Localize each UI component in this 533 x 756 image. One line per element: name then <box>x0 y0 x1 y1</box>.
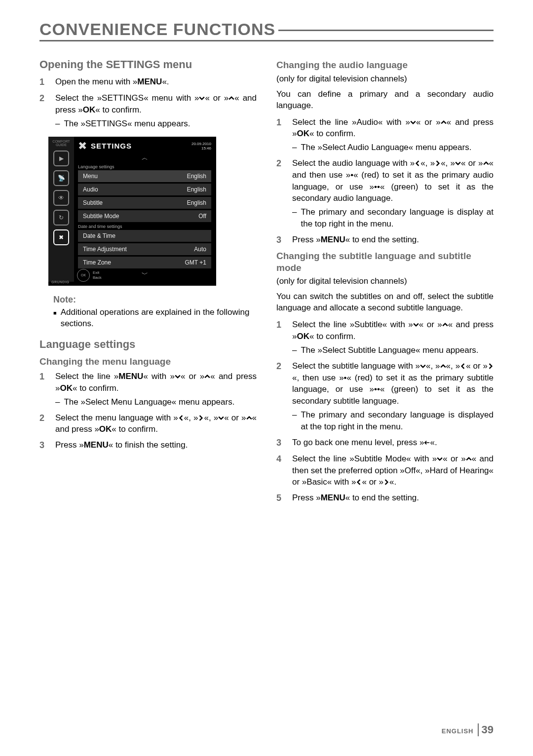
tv-row: Subtitle ModeOff <box>78 210 211 222</box>
tv-time: 15:46 <box>191 146 211 151</box>
audio-steps: 1Select the line »Audio« with »« or »« a… <box>276 116 494 246</box>
tv-title: SETTINGS <box>91 142 132 150</box>
step-subitem: The »Select Menu Language« menu appears. <box>55 396 257 408</box>
step-content: Select the line »Audio« with »« or »« an… <box>292 116 494 153</box>
subtitle-subtext: (only for digital television channels) <box>276 276 494 286</box>
step-subitem: The primary and secondary language is di… <box>292 409 494 433</box>
step-sublist: The »Select Subtitle Language« menu appe… <box>292 344 494 356</box>
step-content: Open the menu with »MENU«. <box>55 76 257 88</box>
tv-row-label: Menu <box>83 173 98 180</box>
subtitle-steps: 1Select the line »Subtitle« with »« or »… <box>276 319 494 504</box>
step-number: 1 <box>276 116 285 153</box>
subtitle-intro: You can switch the subtitles on and off,… <box>276 291 494 314</box>
tv-row: MenuEnglish <box>78 170 211 182</box>
audio-intro: You can define a primary and a secondary… <box>276 89 494 112</box>
step-number: 1 <box>276 319 285 356</box>
step-content: Select the »SETTINGS« menu with »« or »«… <box>55 92 257 129</box>
back-label: Back <box>93 275 102 280</box>
satellite-icon: 📡 <box>53 170 69 186</box>
step-content: Press »MENU« to end the setting. <box>292 492 494 504</box>
chevron-up-icon: ︿ <box>78 153 211 162</box>
tv-row: SubtitleEnglish <box>78 197 211 209</box>
step-content: To go back one menu level, press »«. <box>292 437 494 449</box>
tv-row-label: Time Adjustment <box>83 246 127 253</box>
step-number: 2 <box>39 92 48 129</box>
note-body: Additional operations are explained in t… <box>53 307 257 330</box>
step: 1Select the line »MENU« with »« or »« an… <box>39 371 257 408</box>
tv-row: AudioEnglish <box>78 184 211 195</box>
tv-sidebar: COMFORT GUIDE ▶ 📡 👁 ↻ ✖ <box>48 137 74 282</box>
ok-button-icon: OK <box>77 269 90 282</box>
section-datetime: Date and time settings <box>78 224 211 229</box>
tv-row-value: GMT +1 <box>185 259 206 266</box>
step: 4Select the line »Subtitle Mode« with »«… <box>276 453 494 488</box>
step-content: Select the subtitle language with »«, »«… <box>292 360 494 433</box>
tv-row: Date & Time <box>78 230 211 242</box>
step-number: 2 <box>276 360 285 433</box>
step-content: Select the line »Subtitle« with »« or »«… <box>292 319 494 356</box>
tv-row-label: Time Zone <box>83 259 111 266</box>
settings-header-icon: ✖ <box>78 140 87 152</box>
menu-language-steps: 1Select the line »MENU« with »« or »« an… <box>39 371 257 452</box>
footer: ENGLISH 39 <box>442 723 494 736</box>
tv-row-label: Audio <box>83 186 98 193</box>
step-number: 3 <box>276 437 285 449</box>
remote-hint: OK Exit Back <box>77 269 102 282</box>
tv-row-label: Date & Time <box>83 232 115 239</box>
heading-menu-language: Changing the menu language <box>39 356 257 368</box>
brand-label: GRUNDIG <box>51 280 70 284</box>
left-column: Opening the SETTINGS menu 1Open the menu… <box>39 55 257 508</box>
tv-row-label: Subtitle <box>83 199 103 206</box>
footer-language: ENGLISH <box>442 727 474 735</box>
tv-date: 20.09.2010 <box>191 142 211 146</box>
opening-steps-list: 1Open the menu with »MENU«.2Select the »… <box>39 76 257 130</box>
step-number: 5 <box>276 492 285 504</box>
step: 3To go back one menu level, press »«. <box>276 437 494 449</box>
step-number: 1 <box>39 76 48 88</box>
section-language: Language settings <box>78 164 211 169</box>
eye-icon: 👁 <box>53 190 69 206</box>
step: 3Press »MENU« to finish the setting. <box>39 439 257 452</box>
step-number: 1 <box>39 371 48 408</box>
right-column: Changing the audio language (only for di… <box>276 55 494 508</box>
step-content: Select the audio language with »«, »«, »… <box>292 157 494 230</box>
step-sublist: The primary and secondary language is di… <box>292 206 494 230</box>
heading-subtitle-language: Changing the subtitle language and subti… <box>276 250 494 274</box>
step: 1Open the menu with »MENU«. <box>39 76 257 88</box>
step-number: 3 <box>276 234 285 246</box>
heading-opening-settings: Opening the SETTINGS menu <box>39 58 257 71</box>
play-icon: ▶ <box>53 151 69 166</box>
step-content: Press »MENU« to finish the setting. <box>55 439 257 452</box>
step: 1Select the line »Subtitle« with »« or »… <box>276 319 494 356</box>
note-heading: Note: <box>53 295 257 305</box>
step: 3Press »MENU« to end the setting. <box>276 234 494 246</box>
page-number: 39 <box>478 723 494 736</box>
step-content: Select the line »Subtitle Mode« with »« … <box>292 453 494 488</box>
step: 2Select the menu language with »«, »«, »… <box>39 412 257 436</box>
step-number: 3 <box>39 439 48 452</box>
page-title: CONVENIENCE FUNCTIONS <box>39 20 494 41</box>
step-sublist: The primary and secondary language is di… <box>292 409 494 433</box>
tv-row-label: Subtitle Mode <box>83 213 119 220</box>
step-sublist: The »SETTINGS« menu appears. <box>55 118 257 130</box>
tv-row-value: Auto <box>194 246 206 253</box>
step-subitem: The »Select Subtitle Language« menu appe… <box>292 344 494 356</box>
tv-row-value: English <box>187 173 206 180</box>
step-subitem: The »SETTINGS« menu appears. <box>55 118 257 130</box>
sidebar-label: COMFORT GUIDE <box>48 140 74 147</box>
step-number: 2 <box>276 157 285 230</box>
tv-row: Time AdjustmentAuto <box>78 243 211 255</box>
step-subitem: The primary and secondary language is di… <box>292 206 494 230</box>
step-content: Select the menu language with »«, »«, »«… <box>55 412 257 436</box>
step-sublist: The »Select Audio Language« menu appears… <box>292 142 494 153</box>
step: 2Select the »SETTINGS« menu with »« or »… <box>39 92 257 129</box>
step: 1Select the line »Audio« with »« or »« a… <box>276 116 494 153</box>
heading-language-settings: Language settings <box>39 338 257 351</box>
step: 2Select the subtitle language with »«, »… <box>276 360 494 433</box>
tv-row-value: Off <box>198 213 206 220</box>
audio-subtext: (only for digital television channels) <box>276 74 494 84</box>
step: 2Select the audio language with »«, »«, … <box>276 157 494 230</box>
tv-row: Time ZoneGMT +1 <box>78 257 211 268</box>
step-number: 4 <box>276 453 285 488</box>
refresh-icon: ↻ <box>53 210 69 226</box>
